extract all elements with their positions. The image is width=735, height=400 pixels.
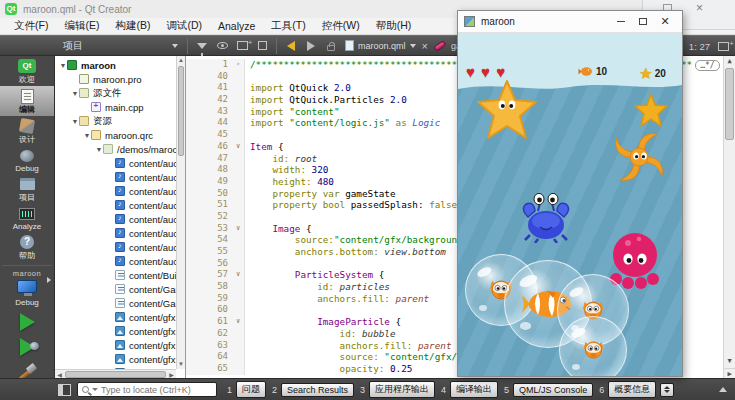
- scroll-right-icon[interactable]: ▶: [724, 368, 735, 378]
- fold-marker-icon[interactable]: ∨: [232, 316, 245, 328]
- go-forward-icon[interactable]: [303, 38, 319, 54]
- output-pane-6[interactable]: 6概要信息: [597, 381, 656, 398]
- tree-row[interactable]: main.cpp: [55, 100, 176, 114]
- tree-row[interactable]: content/gfx: [55, 338, 176, 352]
- tree-row[interactable]: ▼maroon.qrc: [55, 128, 176, 142]
- game-window-titlebar[interactable]: maroon ✕: [458, 11, 682, 33]
- close-window-icon[interactable]: ×: [696, 1, 703, 15]
- scrollbar-thumb[interactable]: [65, 371, 166, 378]
- output-pane-3[interactable]: 3应用程序输出: [358, 381, 435, 398]
- pane-button[interactable]: QML/JS Console: [513, 383, 593, 397]
- tree-row[interactable]: content/gfx: [55, 352, 176, 366]
- scroll-down-icon[interactable]: ▼: [177, 360, 185, 369]
- tree-vertical-scrollbar[interactable]: ▲ ▼: [176, 56, 185, 369]
- scroll-up-icon[interactable]: ▲: [724, 56, 735, 67]
- maximize-button[interactable]: [632, 14, 654, 30]
- go-back-icon[interactable]: [283, 38, 299, 54]
- collapse-icon[interactable]: [254, 38, 270, 54]
- tree-row[interactable]: content/Gar: [55, 296, 176, 310]
- menu-item[interactable]: 构建(B): [107, 18, 158, 34]
- output-pane-2[interactable]: 2Search Results: [270, 383, 354, 397]
- mode-edit[interactable]: 编辑: [0, 86, 54, 116]
- tree-row[interactable]: content/gfx: [55, 324, 176, 338]
- output-pane-5[interactable]: 5QML/JS Console: [502, 383, 593, 397]
- pane-button[interactable]: 编译输出: [450, 381, 498, 398]
- close-button[interactable]: ✕: [654, 14, 676, 30]
- mode-debug[interactable]: Debug: [0, 146, 54, 174]
- expander-open-icon[interactable]: ▼: [95, 146, 103, 153]
- tree-row[interactable]: content/Gar: [55, 282, 176, 296]
- tree-row[interactable]: ▼maroon: [55, 58, 176, 72]
- kit-selector[interactable]: maroon Debug: [0, 269, 54, 307]
- scroll-down-icon[interactable]: ▼: [724, 356, 735, 367]
- output-pane-4[interactable]: 4编译输出: [439, 381, 498, 398]
- token-mod: Logic: [412, 117, 440, 128]
- tree-row[interactable]: content/auc: [55, 170, 176, 184]
- minimize-button[interactable]: [610, 14, 632, 30]
- token-id: view.bottom: [379, 246, 446, 257]
- menu-item[interactable]: 调试(D): [158, 18, 210, 34]
- pane-button[interactable]: Search Results: [281, 383, 354, 397]
- tree-horizontal-scrollbar[interactable]: ◀ ▶: [55, 369, 176, 378]
- pane-button[interactable]: 概要信息: [608, 381, 656, 398]
- menu-item[interactable]: 控件(W): [314, 18, 368, 34]
- expander-open-icon[interactable]: ▼: [59, 62, 67, 69]
- tree-row[interactable]: content/auc: [55, 184, 176, 198]
- mode-design[interactable]: 设计: [0, 116, 54, 146]
- locator-box[interactable]: [77, 382, 217, 397]
- close-document-icon[interactable]: ×: [422, 40, 428, 52]
- mode-qt[interactable]: Qt欢迎: [0, 56, 54, 86]
- tree-row[interactable]: content/auc: [55, 156, 176, 170]
- tree-row[interactable]: content/Bui: [55, 268, 176, 282]
- tree-item-label: content/auc: [129, 242, 176, 253]
- expander-open-icon[interactable]: ▼: [83, 132, 91, 139]
- toggle-sidebar-icon[interactable]: [58, 384, 71, 396]
- open-document-combo[interactable]: maroon.qml: [345, 40, 416, 51]
- tree-row[interactable]: maroon.pro: [55, 72, 176, 86]
- tree-row[interactable]: content/auc: [55, 198, 176, 212]
- tree-row[interactable]: content/auc: [55, 226, 176, 240]
- fold-marker-icon[interactable]: ∨: [232, 141, 245, 153]
- menu-item[interactable]: 编辑(E): [56, 18, 107, 34]
- pane-button[interactable]: 应用程序输出: [369, 381, 435, 398]
- fold-marker-icon[interactable]: ∨: [232, 269, 245, 281]
- menu-item[interactable]: 工具(T): [263, 18, 313, 34]
- split-add-icon[interactable]: [234, 38, 250, 54]
- game-canvas[interactable]: ♥ ♥ ♥ 10 ★ 20: [458, 33, 682, 376]
- pane-button[interactable]: 问题: [236, 381, 266, 398]
- expander-open-icon[interactable]: ▼: [71, 90, 79, 97]
- synchronize-icon[interactable]: [214, 38, 230, 54]
- mode-proj[interactable]: 项目: [0, 174, 54, 204]
- menu-item[interactable]: 文件(F): [6, 18, 56, 34]
- locator-input[interactable]: [101, 385, 212, 395]
- fold-marker-icon[interactable]: ∨: [232, 223, 245, 235]
- editor-vertical-scrollbar[interactable]: ▲ ▼ ▶: [723, 56, 735, 378]
- expand-output-pane-icon[interactable]: [719, 387, 727, 392]
- menu-item[interactable]: Analyze: [210, 19, 263, 33]
- output-pane-1[interactable]: 1问题: [225, 381, 266, 398]
- pane-navigation-arrows-icon[interactable]: [660, 383, 674, 397]
- mode-help[interactable]: ?帮助: [0, 232, 54, 262]
- scroll-left-icon[interactable]: ◀: [55, 371, 64, 378]
- fold-marker-icon[interactable]: ›: [232, 59, 245, 71]
- scroll-up-icon[interactable]: ▲: [177, 56, 185, 65]
- collapsed-fold-box[interactable]: …*/: [695, 60, 719, 71]
- tree-row[interactable]: ▼源文件: [55, 86, 176, 100]
- scrollbar-thumb[interactable]: [725, 68, 734, 140]
- scrollbar-thumb[interactable]: [178, 66, 184, 156]
- mode-analyze[interactable]: Analyze: [0, 204, 54, 232]
- run-button[interactable]: [20, 313, 35, 331]
- tree-row[interactable]: content/gfx: [55, 310, 176, 324]
- scroll-right-icon[interactable]: ▶: [167, 371, 176, 378]
- tree-row[interactable]: content/auc: [55, 254, 176, 268]
- expander-open-icon[interactable]: ▼: [71, 118, 79, 125]
- tree-row[interactable]: ▼资源: [55, 114, 176, 128]
- tree-row[interactable]: content/auc: [55, 240, 176, 254]
- project-filter-combo[interactable]: 项目: [58, 39, 183, 53]
- debug-run-button[interactable]: [20, 338, 35, 356]
- split-editor-icon[interactable]: [718, 42, 729, 51]
- tree-row[interactable]: content/auc: [55, 212, 176, 226]
- menu-item[interactable]: 帮助(H): [368, 18, 420, 34]
- filter-icon[interactable]: [194, 38, 210, 54]
- tree-row[interactable]: ▼/demos/maroo: [55, 142, 176, 156]
